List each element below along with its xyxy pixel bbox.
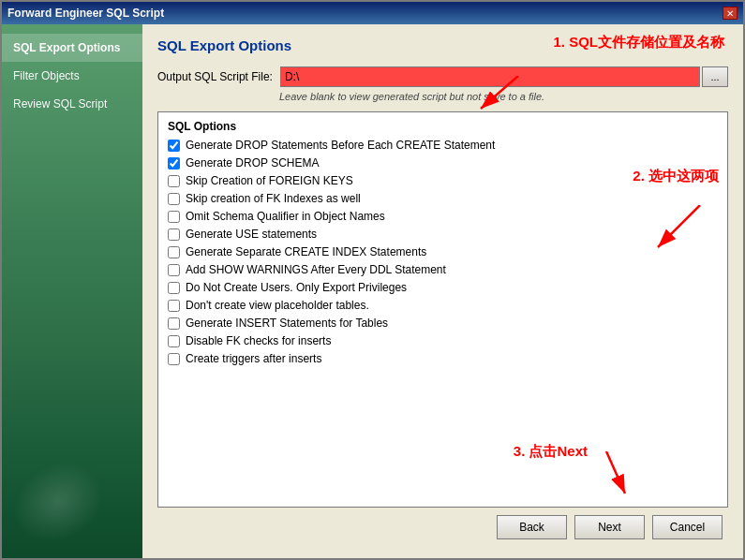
sql-options-legend: SQL Options (168, 120, 718, 133)
checkbox-label-12: Create triggers after inserts (186, 352, 321, 365)
title-bar: Forward Engineer SQL Script ✕ (2, 2, 743, 24)
sidebar: SQL Export Options Filter Objects Review… (2, 24, 142, 558)
checkbox-label-8: Do Not Create Users. Only Export Privile… (186, 281, 407, 294)
checkbox-label-3: Skip creation of FK Indexes as well (186, 192, 361, 205)
next-button[interactable]: Next (574, 515, 645, 539)
annotation-1: 1. SQL文件存储位置及名称 (553, 34, 724, 52)
svg-line-5 (606, 451, 625, 494)
checkbox-row-4: Omit Schema Qualifier in Object Names (168, 210, 718, 223)
checkbox-label-9: Don't create view placeholder tables. (186, 299, 369, 312)
checkbox-row-7: Add SHOW WARNINGS After Every DDL Statem… (168, 263, 718, 276)
checkbox-6[interactable] (168, 246, 180, 258)
button-row: Back Next Cancel (157, 508, 728, 545)
checkbox-label-2: Skip Creation of FOREIGN KEYS (186, 174, 353, 187)
output-file-row: Output SQL Script File: ... (157, 66, 728, 87)
checkbox-label-6: Generate Separate CREATE INDEX Statement… (186, 245, 426, 258)
arrow-to-checkboxes (644, 205, 719, 252)
checkbox-label-4: Omit Schema Qualifier in Object Names (186, 210, 385, 223)
checkbox-label-11: Disable FK checks for inserts (186, 334, 331, 347)
window-title: Forward Engineer SQL Script (7, 7, 164, 20)
close-button[interactable]: ✕ (723, 7, 738, 20)
checkbox-label-10: Generate INSERT Statements for Tables (186, 317, 388, 330)
checkbox-2[interactable] (168, 175, 180, 187)
main-panel: 1. SQL文件存储位置及名称 SQL Export Options Outpu… (142, 24, 743, 558)
checkbox-row-0: Generate DROP Statements Before Each CRE… (168, 139, 718, 152)
checkbox-7[interactable] (168, 264, 180, 276)
cancel-button[interactable]: Cancel (652, 515, 723, 539)
svg-line-1 (481, 76, 518, 109)
checkbox-row-9: Don't create view placeholder tables. (168, 299, 718, 312)
checkbox-label-5: Generate USE statements (186, 228, 317, 241)
checkbox-row-8: Do Not Create Users. Only Export Privile… (168, 281, 718, 294)
arrow-to-next-button (569, 451, 634, 498)
checkbox-label-0: Generate DROP Statements Before Each CRE… (186, 139, 495, 152)
browse-button[interactable]: ... (702, 66, 728, 87)
checkbox-5[interactable] (168, 228, 180, 241)
back-button[interactable]: Back (497, 515, 567, 539)
checkbox-8[interactable] (168, 282, 180, 294)
checkbox-row-10: Generate INSERT Statements for Tables (168, 317, 718, 330)
checkbox-11[interactable] (168, 335, 180, 347)
checkbox-label-1: Generate DROP SCHEMA (186, 156, 320, 169)
window: Forward Engineer SQL Script ✕ SQL Export… (0, 0, 745, 560)
annotation-2: 2. 选中这两项 (633, 168, 719, 185)
checkbox-12[interactable] (168, 353, 180, 365)
checkbox-row-5: Generate USE statements (168, 228, 718, 241)
output-label: Output SQL Script File: (157, 70, 273, 83)
checkbox-row-12: Create triggers after inserts (168, 352, 718, 365)
checkbox-9[interactable] (168, 300, 180, 312)
checkbox-4[interactable] (168, 211, 180, 223)
checkbox-row-11: Disable FK checks for inserts (168, 334, 718, 347)
checkbox-row-3: Skip creation of FK Indexes as well (168, 192, 718, 205)
checkbox-row-6: Generate Separate CREATE INDEX Statement… (168, 245, 718, 258)
sidebar-item-review-sql[interactable]: Review SQL Script (2, 90, 142, 118)
content-area: SQL Export Options Filter Objects Review… (2, 24, 743, 558)
checkbox-0[interactable] (168, 140, 180, 152)
checkbox-10[interactable] (168, 317, 180, 330)
sidebar-item-filter-objects[interactable]: Filter Objects (2, 62, 142, 90)
checkbox-1[interactable] (168, 157, 180, 169)
sidebar-item-sql-export[interactable]: SQL Export Options (2, 34, 142, 62)
svg-line-3 (658, 205, 700, 247)
checkbox-label-7: Add SHOW WARNINGS After Every DDL Statem… (186, 263, 446, 276)
checkbox-3[interactable] (168, 193, 180, 205)
arrow-to-input (471, 76, 528, 113)
